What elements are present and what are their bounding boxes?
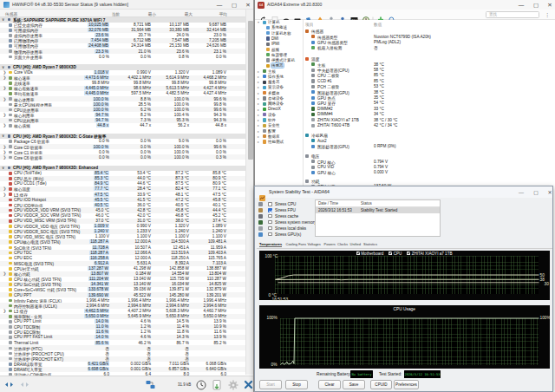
hwinfo-col-avg[interactable]: 平均 [219, 11, 227, 16]
expander-icon[interactable]: ∨ [2, 134, 4, 138]
stress-checkbox[interactable] [268, 214, 272, 219]
expander-icon[interactable]: ❯ [3, 97, 7, 101]
console-icon[interactable] [294, 11, 301, 18]
log-col-datetime[interactable]: Date / Time [318, 201, 338, 206]
stress-checkbox[interactable] [268, 220, 272, 225]
expander-icon[interactable]: ❯ [3, 70, 7, 75]
expander-icon[interactable]: ❯ [3, 309, 7, 313]
tree-expander-icon[interactable]: ▾ [258, 20, 259, 24]
stability-minimize-button[interactable]: — [515, 187, 527, 198]
hwinfo-col-min[interactable]: 最小 [148, 11, 156, 16]
stress-checkbox[interactable] [268, 232, 272, 237]
stability-log-table[interactable]: Date / Time Status 2026/3/12 16:51:53 St… [315, 199, 441, 237]
hwinfo-layout-arrows-icon[interactable] [3, 379, 15, 390]
hwinfo-exit-icon[interactable] [244, 379, 253, 390]
expander-icon[interactable]: ❯ [3, 75, 7, 80]
stress-checkbox[interactable] [268, 226, 272, 231]
hide-icon[interactable] [283, 11, 290, 18]
hwinfo-close-button[interactable]: ✕ [242, 0, 254, 10]
aida64-maximize-button[interactable]: ▢ [530, 0, 542, 10]
hwinfo-settings-gear-icon[interactable] [228, 379, 238, 390]
log-header[interactable]: Date / Time Status [316, 200, 440, 207]
kebab-menu-icon[interactable]: ⋮ [545, 11, 550, 17]
hwinfo-col-current[interactable]: 当前 [112, 11, 120, 16]
hwinfo-column-header[interactable]: 传感器 当前 最小 最大 平均 [0, 10, 246, 17]
expander-icon[interactable]: ❯ [3, 86, 7, 90]
expander-icon[interactable]: ❯ [3, 123, 7, 127]
hwinfo-clock-icon[interactable] [196, 379, 206, 390]
stability-close-button[interactable]: ✕ [544, 187, 555, 198]
cpuid-button[interactable]: CPUID [370, 380, 392, 389]
abc-icon[interactable]: ABC [350, 11, 357, 18]
tree-expander-icon[interactable]: ▸ [258, 75, 259, 79]
tab-statistics[interactable]: Statistics [363, 242, 377, 246]
expander-icon[interactable]: ❯ [3, 155, 7, 160]
user-icon[interactable] [339, 11, 346, 18]
pin-icon[interactable] [328, 11, 335, 18]
tree-expander-icon[interactable]: ▸ [258, 123, 259, 127]
clock-icon[interactable] [362, 11, 369, 18]
stability-test-titlebar[interactable]: System Stability Test - AIDA64 — ▢ ✕ [255, 186, 552, 198]
refresh-icon[interactable] [260, 11, 267, 18]
tree-expander-icon[interactable]: ▸ [258, 69, 259, 74]
tree-expander-icon[interactable]: ▸ [258, 91, 259, 95]
hwinfo-minimize-button[interactable]: — [213, 0, 225, 10]
connect-icon[interactable] [305, 11, 312, 18]
tree-expander-icon[interactable]: ▸ [258, 129, 259, 134]
log-col-status[interactable]: Status [361, 201, 372, 206]
stress-checkbox[interactable] [268, 202, 272, 206]
aida64-close-button[interactable]: ✕ [544, 0, 555, 10]
panel-row[interactable]: 机箱入侵检测 否 [304, 45, 555, 50]
tab-clocks[interactable]: Clocks [337, 242, 348, 246]
panel-row[interactable]: ZHITAI Ti600 4TB 42 °C / 34 °C [304, 123, 555, 128]
tree-expander-icon[interactable]: ▸ [258, 134, 259, 139]
stress-checkbox[interactable] [268, 208, 272, 212]
download-icon[interactable] [377, 11, 384, 18]
tab-cooling-fans[interactable]: Cooling Fans [286, 242, 307, 246]
tree-expander-icon[interactable]: ▸ [258, 118, 259, 122]
panel-row[interactable]: 图形处理器(GPU) 0 RPM (0%) [304, 144, 555, 149]
start-button[interactable]: Start [259, 380, 282, 389]
panel-row[interactable]: GPU 核心 0.000 V [304, 170, 555, 175]
clear-button[interactable]: Clear [318, 380, 341, 389]
stability-maximize-button[interactable]: ▢ [530, 187, 542, 198]
sensor-row[interactable]: 活动核心C0的平均值 6.0 6.4 8.0 6.0 [0, 372, 246, 376]
preferences-button[interactable]: Preferences [394, 380, 419, 389]
hwinfo-layout-arrows-disabled-icon[interactable] [19, 379, 30, 390]
hwinfo-scrollbar-thumb[interactable] [248, 21, 253, 160]
hwinfo-report-icon[interactable] [212, 379, 222, 390]
hwinfo-remote-icon[interactable] [146, 379, 155, 390]
hwinfo-scrollbar[interactable] [245, 10, 253, 375]
flame-icon[interactable] [317, 11, 323, 18]
expander-icon[interactable]: ❯ [3, 113, 7, 117]
log-row[interactable]: 2026/3/12 16:51:53 Stability Test: Start… [316, 207, 440, 213]
search-icon[interactable] [388, 11, 395, 18]
tree-expander-icon[interactable]: ▸ [258, 85, 259, 89]
tree-expander-icon[interactable]: ▸ [258, 108, 259, 112]
expander-icon[interactable]: ∨ [2, 166, 4, 170]
expander-icon[interactable]: ❯ [3, 145, 7, 149]
aida64-titlebar[interactable]: 64 AIDA64 Extreme v8.20.8300 — ▢ ✕ [255, 0, 555, 10]
search-input[interactable]: 查找 [486, 11, 539, 18]
hwinfo-maximize-button[interactable]: ▢ [228, 0, 240, 10]
stop-button[interactable]: Stop [285, 380, 308, 389]
aida64-minimize-button[interactable]: — [515, 0, 527, 10]
tab-unified[interactable]: Unified [350, 242, 361, 246]
hwinfo-titlebar[interactable]: HWiNFO® 64 v8.30-5530 Sensor Status [9 v… [0, 0, 253, 10]
tree-expander-icon[interactable]: ▸ [258, 101, 259, 106]
expander-icon[interactable]: ∨ [2, 17, 4, 22]
expander-icon[interactable]: ❯ [3, 271, 7, 276]
tab-voltages[interactable]: Voltages [308, 242, 321, 246]
expander-icon[interactable]: ❯ [3, 193, 7, 197]
tree-expander-icon[interactable]: ▸ [258, 80, 259, 84]
save-button[interactable]: Save [343, 380, 365, 389]
expander-icon[interactable]: ∨ [2, 65, 4, 69]
tree-expander-icon[interactable]: ▸ [258, 96, 259, 101]
hwinfo-col-sensor[interactable]: 传感器 [5, 11, 17, 16]
expander-icon[interactable]: ❯ [3, 186, 7, 191]
hwinfo-sensor-list[interactable]: ∨ 系统: SAPPHIRE SAPPHIRE PURE X870A WIFI … [0, 17, 246, 376]
tree-expander-icon[interactable]: ▸ [258, 140, 259, 144]
report-icon[interactable] [271, 11, 278, 18]
tree-item-性能测试[interactable]: ▸ 性能测试 [255, 139, 302, 144]
hwinfo-col-max[interactable]: 最大 [185, 11, 193, 16]
